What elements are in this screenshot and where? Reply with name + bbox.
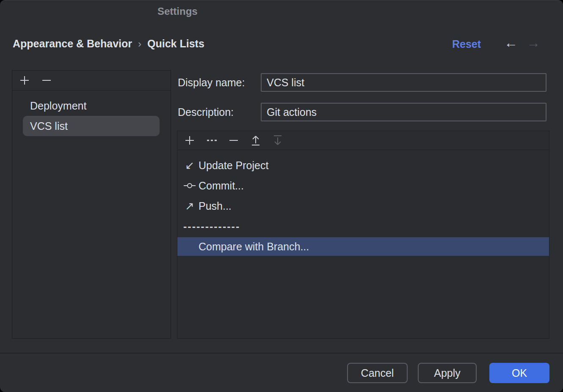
ok-button[interactable]: OK xyxy=(489,363,549,383)
breadcrumb: Appearance & Behavior › Quick Lists xyxy=(13,38,204,50)
breadcrumb-current: Quick Lists xyxy=(147,38,204,50)
settings-dialog: Settings Appearance & Behavior › Quick L… xyxy=(0,0,563,392)
arrow-down-to-line-icon xyxy=(271,134,284,147)
commit-icon xyxy=(183,179,196,192)
quick-lists-toolbar xyxy=(12,71,171,90)
action-row-commit[interactable]: Commit... xyxy=(177,175,549,196)
quick-lists-panel: Deployment VCS list xyxy=(12,70,171,339)
action-row-update-project[interactable]: ↙ Update Project xyxy=(177,155,549,175)
arrow-up-from-line-icon[interactable] xyxy=(249,134,262,147)
push-icon: ↗ xyxy=(183,200,196,211)
plus-icon[interactable] xyxy=(183,134,196,147)
apply-button[interactable]: Apply xyxy=(418,363,477,383)
action-label: Compare with Branch... xyxy=(199,241,309,253)
quick-lists-list: Deployment VCS list xyxy=(12,90,171,136)
action-label: Push... xyxy=(199,200,232,212)
minus-icon[interactable] xyxy=(227,134,240,147)
action-row-separator[interactable]: ------------- xyxy=(177,216,549,236)
window-title: Settings xyxy=(157,5,198,17)
separator-dashes: ------------- xyxy=(183,220,240,233)
add-separator-dashes-icon[interactable] xyxy=(205,134,218,147)
list-item-label: VCS list xyxy=(30,120,68,132)
description-input[interactable] xyxy=(261,103,546,121)
back-arrow-icon[interactable]: ← xyxy=(504,36,518,49)
description-label: Description: xyxy=(178,106,234,118)
list-item-deployment[interactable]: Deployment xyxy=(12,96,171,116)
plus-icon[interactable] xyxy=(18,74,31,87)
action-label: Commit... xyxy=(199,180,244,192)
update-project-icon: ↙ xyxy=(183,160,196,171)
action-row-push[interactable]: ↗ Push... xyxy=(177,196,549,216)
list-item-label: Deployment xyxy=(30,100,86,112)
actions-list: ↙ Update Project Commit... ↗ Push... ---… xyxy=(177,150,549,256)
action-row-compare-with-branch[interactable]: Compare with Branch... xyxy=(177,237,549,256)
footer-separator xyxy=(0,353,563,354)
action-label: Update Project xyxy=(199,159,268,172)
chevron-right-icon: › xyxy=(138,38,141,50)
actions-panel: ↙ Update Project Commit... ↗ Push... ---… xyxy=(177,131,549,339)
list-item-vcs-list[interactable]: VCS list xyxy=(23,116,160,136)
forward-arrow-icon: → xyxy=(527,36,540,49)
reset-link[interactable]: Reset xyxy=(452,38,481,50)
breadcrumb-parent[interactable]: Appearance & Behavior xyxy=(13,38,132,50)
minus-icon[interactable] xyxy=(40,74,53,87)
actions-toolbar xyxy=(177,131,549,150)
cancel-button[interactable]: Cancel xyxy=(347,363,408,383)
display-name-input[interactable] xyxy=(261,73,546,92)
display-name-label: Display name: xyxy=(178,77,245,89)
